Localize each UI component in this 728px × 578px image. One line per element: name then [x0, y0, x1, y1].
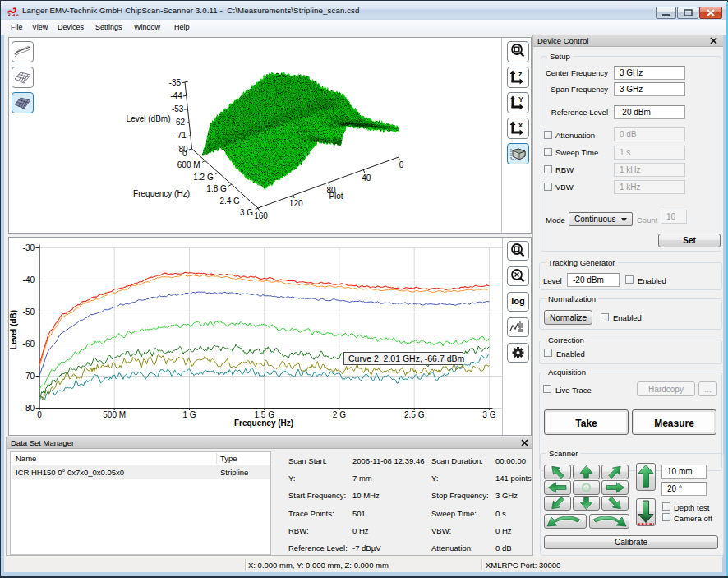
- svg-text:120: 120: [289, 199, 303, 208]
- svg-text:-53: -53: [172, 104, 184, 113]
- svg-text:600 M: 600 M: [177, 160, 200, 169]
- svg-text:40: 40: [362, 173, 371, 183]
- svg-text:1.2 G: 1.2 G: [193, 173, 214, 182]
- svg-text:3 G: 3 G: [240, 208, 253, 217]
- svg-text:-35: -35: [169, 78, 182, 87]
- svg-text:-40: -40: [23, 275, 35, 284]
- svg-text:-30: -30: [23, 243, 35, 252]
- svg-text:Curve 2 2.01 GHz, -66.7 dBm: Curve 2 2.01 GHz, -66.7 dBm: [348, 354, 464, 363]
- svg-text:-60: -60: [23, 340, 35, 349]
- svg-text:Frequency (Hz): Frequency (Hz): [133, 189, 190, 198]
- svg-text:3 G: 3 G: [482, 410, 495, 419]
- svg-text:Level (dB): Level (dB): [9, 310, 18, 349]
- svg-text:-50: -50: [23, 307, 35, 317]
- svg-text:-80: -80: [23, 404, 35, 413]
- svg-text:0: 0: [37, 410, 42, 419]
- svg-text:0: 0: [399, 160, 404, 169]
- svg-text:2.4 G: 2.4 G: [219, 197, 240, 206]
- svg-text:x: x: [518, 121, 523, 129]
- svg-text:Frequency (Hz): Frequency (Hz): [234, 418, 293, 428]
- svg-text:0: 0: [182, 149, 187, 158]
- svg-text:Level (dBm): Level (dBm): [127, 114, 171, 123]
- svg-text:-62: -62: [173, 118, 186, 127]
- svg-text:2.5 G: 2.5 G: [404, 410, 425, 419]
- svg-text:Plot: Plot: [329, 192, 343, 201]
- svg-text:-70: -70: [23, 372, 35, 381]
- svg-text:160: 160: [254, 211, 268, 220]
- svg-text:Y: Y: [518, 95, 523, 104]
- svg-text:-71: -71: [174, 131, 187, 140]
- svg-text:1 G: 1 G: [182, 410, 196, 419]
- svg-text:-44: -44: [170, 91, 182, 100]
- svg-text:1.8 G: 1.8 G: [206, 184, 227, 193]
- svg-text:z: z: [518, 70, 523, 78]
- svg-text:2 G: 2 G: [333, 410, 346, 419]
- svg-text:500 M: 500 M: [103, 410, 126, 419]
